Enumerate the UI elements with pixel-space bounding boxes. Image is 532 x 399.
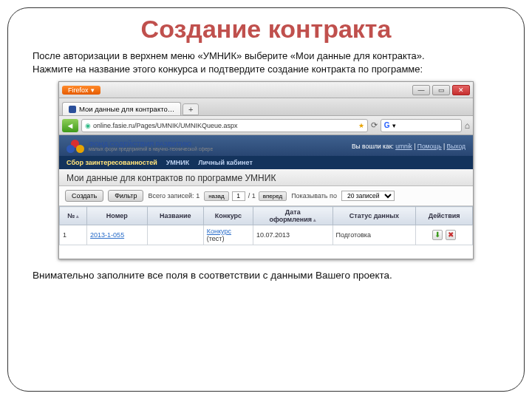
home-button[interactable]: ⌂ (465, 120, 470, 131)
close-button[interactable]: ✕ (452, 85, 470, 95)
page-title: Создание контракта (33, 15, 499, 44)
show-by-label: Показывать по (291, 192, 337, 200)
favicon-icon (69, 106, 76, 113)
cell-no: 1 (60, 225, 87, 245)
col-no[interactable]: №▴ (60, 207, 87, 225)
new-tab-button[interactable]: + (183, 103, 199, 115)
reload-button[interactable]: ⟳ (371, 120, 378, 130)
menu-sbor[interactable]: Сбор заинтересованностей (66, 159, 157, 166)
browser-tab[interactable]: Мои данные для контракто… (62, 102, 181, 115)
help-link[interactable]: Помощь (417, 143, 442, 150)
page-input[interactable] (232, 191, 245, 201)
firefox-menu-button[interactable]: Firefox▾ (62, 86, 100, 95)
intro-text: После авторизации в верхнем меню «УМНИК»… (33, 50, 499, 75)
delete-icon[interactable]: ✖ (446, 230, 456, 240)
menu-umnik[interactable]: УМНИК (166, 159, 190, 166)
menu-cabinet[interactable]: Личный кабинет (198, 159, 253, 166)
logo-icon (66, 140, 84, 153)
col-number[interactable]: Номер (87, 207, 148, 225)
outro-text: Внимательно заполните все поля в соответ… (33, 270, 499, 281)
search-box[interactable]: G▾ (381, 119, 462, 132)
titlebar: Firefox▾ — ▭ ✕ (59, 82, 473, 98)
back-button[interactable]: ◄ (62, 119, 78, 132)
col-name[interactable]: Название (147, 207, 203, 225)
cell-status: Подготовка (332, 225, 416, 245)
page-of: / 1 (248, 192, 256, 200)
toolbar: Создать Фильтр Всего записей: 1 назад / … (59, 186, 473, 206)
col-actions: Действия (416, 207, 473, 225)
total-label: Всего записей: 1 (148, 192, 200, 200)
contract-number-link[interactable]: 2013-1-055 (90, 231, 124, 239)
col-contest[interactable]: Конкурс (203, 207, 253, 225)
cell-date: 10.07.2013 (253, 225, 332, 245)
app-header: ФОНД СОДЕЙСТВИЯ РАЗВИТИЮмалых форм предп… (59, 135, 473, 156)
section-heading: Мои данные для контрактов по программе У… (59, 169, 473, 186)
globe-icon: ◉ (85, 122, 91, 129)
table-row: 1 2013-1-055 Конкурс(тест) 10.07.2013 По… (60, 225, 473, 245)
pager: назад / 1 вперед (204, 191, 287, 201)
download-icon[interactable]: ⬇ (432, 230, 443, 240)
create-button[interactable]: Создать (65, 190, 103, 202)
app-content: ФОНД СОДЕЙСТВИЯ РАЗВИТИЮмалых форм предп… (59, 135, 473, 259)
url-bar[interactable]: ◉online.fasie.ru/Pages/UMNIK/UMNIKQueue.… (81, 119, 368, 132)
grid: №▴ Номер Название Конкурс Датаоформления… (59, 206, 473, 245)
prev-page-button[interactable]: назад (204, 191, 229, 201)
username-link[interactable]: umnik (395, 143, 412, 150)
main-menu: Сбор заинтересованностей УМНИК Личный ка… (59, 156, 473, 169)
tabbar: Мои данные для контракто… + (59, 98, 473, 116)
navbar: ◄ ◉online.fasie.ru/Pages/UMNIK/UMNIKQueu… (59, 116, 473, 135)
user-welcome: Вы вошли как: umnik | Помощь | Выход (352, 143, 466, 150)
contest-link[interactable]: Конкурс (207, 228, 231, 235)
logout-link[interactable]: Выход (447, 143, 466, 150)
col-status[interactable]: Статус данных (332, 207, 416, 225)
filter-button[interactable]: Фильтр (108, 190, 143, 202)
next-page-button[interactable]: вперед (259, 191, 287, 201)
minimize-button[interactable]: — (412, 85, 430, 95)
pagesize-select[interactable]: 20 записей (341, 191, 395, 201)
google-logo-icon: G (384, 121, 390, 129)
browser-window: Firefox▾ — ▭ ✕ Мои данные для контракто…… (58, 81, 474, 259)
bookmark-star-icon[interactable]: ★ (358, 122, 364, 129)
col-date[interactable]: Датаоформления▴ (253, 207, 332, 225)
maximize-button[interactable]: ▭ (432, 85, 450, 95)
cell-name (147, 225, 203, 245)
